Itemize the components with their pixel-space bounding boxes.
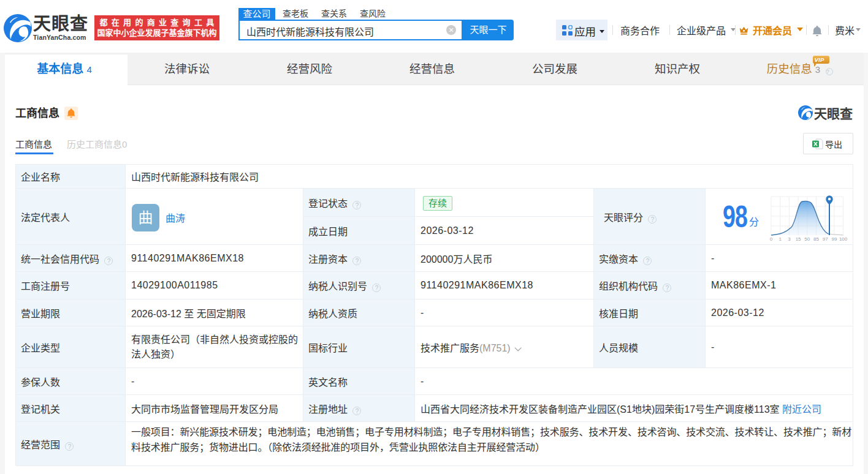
svg-text:97: 97 bbox=[823, 236, 828, 242]
svg-text:100: 100 bbox=[839, 236, 848, 242]
svg-text:15: 15 bbox=[796, 236, 801, 242]
svg-text:3: 3 bbox=[788, 236, 791, 242]
svg-text:0: 0 bbox=[770, 236, 773, 242]
svg-text:99: 99 bbox=[831, 236, 837, 242]
svg-text:50: 50 bbox=[804, 236, 810, 242]
svg-text:1: 1 bbox=[779, 236, 782, 242]
svg-text:85: 85 bbox=[813, 236, 819, 242]
